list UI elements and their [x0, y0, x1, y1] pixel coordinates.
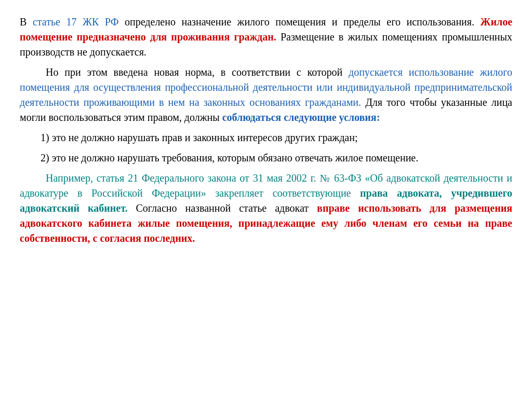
main-text-block: В статье 17 ЖК РФ определено назначение …: [20, 15, 512, 246]
paragraph-1: В статье 17 ЖК РФ определено назначение …: [20, 15, 512, 60]
blue-bold-text: соблюдаться следующие условия:: [222, 112, 380, 123]
paragraph-3: Например, статья 21 Федерального закона …: [20, 171, 512, 246]
article-link: статье 17 ЖК РФ: [33, 16, 119, 28]
paragraph-2: Но при этом введена новая норма, в соотв…: [20, 65, 512, 125]
list-item-1: 1) это не должно нарушать прав и законны…: [41, 130, 512, 145]
page-container: В статье 17 ЖК РФ определено назначение …: [0, 0, 532, 398]
blue-text-1: допускается использование жилого помещен…: [20, 66, 512, 108]
list-item-2: 2) это не должно нарушать требования, ко…: [41, 150, 512, 166]
